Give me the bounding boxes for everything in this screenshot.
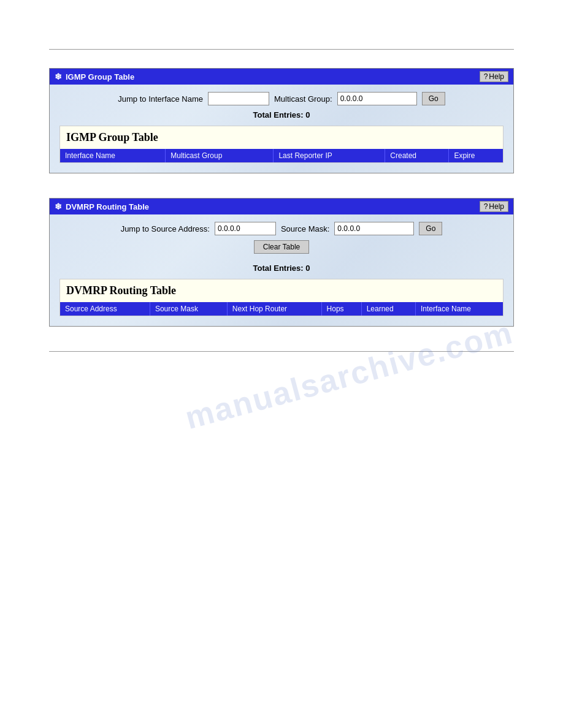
igmp-titlebar: ❄ IGMP Group Table ? Help xyxy=(50,69,513,85)
dvmrp-col-source-address: Source Address xyxy=(60,302,150,316)
igmp-snowflake-icon: ❄ xyxy=(55,72,62,82)
dvmrp-table-container: DVMRP Routing Table Source Address Sourc… xyxy=(59,279,504,316)
dvmrp-table-title: DVMRP Routing Table xyxy=(60,279,503,302)
dvmrp-panel: ❄ DVMRP Routing Table ? Help Jump to Sou… xyxy=(49,198,514,327)
dvmrp-panel-title: DVMRP Routing Table xyxy=(66,202,149,211)
dvmrp-titlebar-left: ❄ DVMRP Routing Table xyxy=(55,202,149,211)
dvmrp-help-button[interactable]: ? Help xyxy=(480,201,508,212)
igmp-help-icon: ? xyxy=(484,72,488,81)
igmp-help-label: Help xyxy=(489,72,504,81)
dvmrp-help-label: Help xyxy=(489,202,504,211)
igmp-help-button[interactable]: ? Help xyxy=(480,71,508,82)
igmp-multicast-input[interactable] xyxy=(337,92,417,105)
igmp-col-interface: Interface Name xyxy=(60,149,166,162)
top-divider xyxy=(49,49,514,50)
dvmrp-source-mask-label: Source Mask: xyxy=(281,224,329,233)
igmp-table-container: IGMP Group Table Interface Name Multicas… xyxy=(59,126,504,163)
dvmrp-table-head: Source Address Source Mask Next Hop Rout… xyxy=(60,302,503,316)
bottom-divider xyxy=(49,351,514,352)
dvmrp-col-source-mask: Source Mask xyxy=(150,302,227,316)
igmp-panel: ❄ IGMP Group Table ? Help Jump to Interf… xyxy=(49,68,514,173)
dvmrp-panel-content: Jump to Source Address: Source Mask: Go … xyxy=(59,222,504,316)
dvmrp-go-button[interactable]: Go xyxy=(419,222,442,235)
igmp-interface-input[interactable] xyxy=(208,92,269,105)
igmp-col-created: Created xyxy=(385,149,449,162)
igmp-panel-body: Jump to Interface Name Multicast Group: … xyxy=(50,85,513,173)
dvmrp-source-mask-input[interactable] xyxy=(334,222,414,235)
dvmrp-snowflake-icon: ❄ xyxy=(55,202,62,211)
page-container: manualsarchive.com ❄ IGMP Group Table ? … xyxy=(0,0,563,728)
igmp-table-title: IGMP Group Table xyxy=(60,126,503,149)
dvmrp-source-address-input[interactable] xyxy=(215,222,276,235)
igmp-panel-content: Jump to Interface Name Multicast Group: … xyxy=(59,92,504,163)
igmp-data-table: Interface Name Multicast Group Last Repo… xyxy=(60,149,503,162)
dvmrp-total-entries: Total Entries: 0 xyxy=(59,264,504,273)
dvmrp-help-icon: ? xyxy=(484,202,488,211)
dvmrp-panel-body: Jump to Source Address: Source Mask: Go … xyxy=(50,214,513,326)
dvmrp-col-interface: Interface Name xyxy=(415,302,503,316)
dvmrp-data-table: Source Address Source Mask Next Hop Rout… xyxy=(60,302,503,316)
dvmrp-jump-label: Jump to Source Address: xyxy=(121,224,210,233)
igmp-form-row: Jump to Interface Name Multicast Group: … xyxy=(59,92,504,105)
dvmrp-clear-row: Clear Table xyxy=(59,240,504,259)
watermark: manualsarchive.com xyxy=(181,314,516,436)
igmp-go-button[interactable]: Go xyxy=(422,92,445,105)
igmp-titlebar-left: ❄ IGMP Group Table xyxy=(55,72,134,82)
dvmrp-titlebar: ❄ DVMRP Routing Table ? Help xyxy=(50,199,513,214)
igmp-col-last-reporter: Last Reporter IP xyxy=(274,149,385,162)
igmp-header-row: Interface Name Multicast Group Last Repo… xyxy=(60,149,503,162)
igmp-multicast-label: Multicast Group: xyxy=(274,94,332,104)
dvmrp-form-row: Jump to Source Address: Source Mask: Go xyxy=(59,222,504,235)
igmp-panel-title: IGMP Group Table xyxy=(66,72,134,82)
igmp-col-expire: Expire xyxy=(449,149,503,162)
dvmrp-col-learned: Learned xyxy=(361,302,415,316)
igmp-total-entries: Total Entries: 0 xyxy=(59,110,504,119)
dvmrp-clear-table-button[interactable]: Clear Table xyxy=(254,240,309,254)
igmp-col-multicast: Multicast Group xyxy=(166,149,274,162)
dvmrp-col-next-hop: Next Hop Router xyxy=(227,302,321,316)
dvmrp-header-row: Source Address Source Mask Next Hop Rout… xyxy=(60,302,503,316)
igmp-table-head: Interface Name Multicast Group Last Repo… xyxy=(60,149,503,162)
dvmrp-col-hops: Hops xyxy=(321,302,361,316)
igmp-jump-label: Jump to Interface Name xyxy=(118,94,203,104)
